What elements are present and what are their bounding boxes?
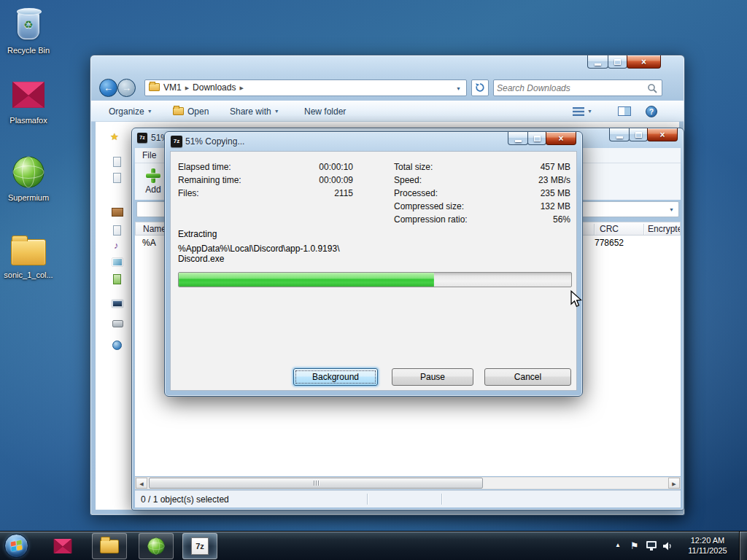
plasmafox-icon: [0, 76, 57, 114]
refresh-button[interactable]: [471, 79, 489, 96]
dialog-titlebar[interactable]: 7z 51% Copying... ×: [165, 132, 582, 152]
search-input[interactable]: [497, 81, 635, 95]
close-icon: ×: [558, 133, 563, 144]
stat-value: 132 MB: [541, 201, 570, 214]
minimize-button[interactable]: [609, 128, 630, 141]
column-crc[interactable]: CRC: [600, 224, 619, 234]
column-encrypted[interactable]: Encrypted: [648, 224, 681, 234]
breadcrumb-dropdown-icon[interactable]: ▼: [456, 86, 461, 91]
taskbar: 7z ▲ ⚑ 12:20 AM 11/11/2025: [0, 531, 747, 560]
minimize-button[interactable]: [587, 55, 608, 69]
stat-label: Processed:: [394, 188, 438, 201]
action-center-flag-icon[interactable]: ⚑: [630, 540, 639, 551]
close-button[interactable]: ×: [546, 132, 576, 145]
nav-pane-icon[interactable]: [113, 157, 121, 167]
clock-date: 11/11/2025: [680, 545, 735, 556]
change-view-button[interactable]: ▼: [573, 101, 592, 122]
start-button[interactable]: [4, 534, 28, 558]
close-icon: ×: [641, 56, 646, 68]
library-icon[interactable]: [112, 208, 123, 217]
column-name[interactable]: Name: [143, 224, 166, 234]
nav-pane-icon[interactable]: [113, 173, 121, 183]
maximize-button[interactable]: [629, 128, 648, 141]
chevron-down-icon[interactable]: ▼: [669, 207, 674, 212]
globe-icon: [147, 537, 166, 556]
scrollbar-thumb[interactable]: [149, 478, 483, 489]
stat-label: Speed:: [394, 175, 422, 188]
divider: [441, 494, 442, 505]
disk-icon[interactable]: [112, 320, 123, 327]
stat-label: Total size:: [394, 162, 433, 175]
desktop-icon-label: sonic_1_col...: [0, 271, 57, 280]
desktop-icon-recycle-bin[interactable]: ♻ Recycle Bin: [0, 6, 57, 55]
show-hidden-icons-button[interactable]: ▲: [615, 542, 621, 548]
explorer-titlebar[interactable]: ×: [90, 55, 684, 75]
chevron-down-icon: ▼: [587, 109, 592, 114]
stat-value: 235 MB: [541, 188, 570, 201]
favorites-star-icon[interactable]: ★: [110, 132, 119, 142]
network-tray-icon[interactable]: [646, 541, 657, 548]
pause-button[interactable]: Pause: [392, 368, 473, 386]
maximize-button[interactable]: [608, 55, 627, 69]
videos-icon[interactable]: [113, 274, 121, 284]
music-icon[interactable]: ♪: [114, 241, 119, 251]
file-crc-cell: 778652: [595, 238, 624, 248]
computer-icon[interactable]: [112, 300, 123, 308]
desktop-icon-label: Plasmafox: [0, 116, 57, 125]
plasmafox-icon: [53, 537, 73, 556]
scroll-right-icon[interactable]: ▶: [668, 478, 680, 489]
organize-button[interactable]: Organize▼: [109, 101, 152, 122]
column-divider[interactable]: [643, 224, 644, 235]
taskbar-plasmafox-button[interactable]: [45, 533, 80, 559]
preview-pane-button[interactable]: [618, 101, 631, 122]
windows-flag-icon: [11, 540, 23, 552]
menu-file[interactable]: File: [142, 150, 156, 160]
maximize-icon: [534, 136, 541, 141]
stats-left: Elapsed time:00:00:10 Remaining time:00:…: [178, 162, 353, 201]
clock-time: 12:20 AM: [680, 535, 735, 545]
taskbar-explorer-button[interactable]: [92, 533, 127, 559]
open-button[interactable]: Open: [173, 101, 209, 122]
volume-tray-icon[interactable]: [662, 541, 673, 551]
scroll-left-icon[interactable]: ◀: [136, 478, 147, 489]
breadcrumb[interactable]: VM1▶Downloads▶ ▼: [144, 79, 467, 96]
forward-button[interactable]: →: [117, 79, 136, 97]
close-icon: ×: [659, 129, 665, 141]
maximize-button[interactable]: [527, 132, 546, 145]
help-button[interactable]: ?: [646, 101, 657, 122]
desktop-icon-sonic-folder[interactable]: sonic_1_col...: [0, 230, 57, 280]
selection-status: 0 / 1 object(s) selected: [141, 494, 229, 505]
pictures-icon[interactable]: [112, 258, 123, 266]
preview-pane-icon: [618, 106, 631, 116]
current-path-line2: Discord.exe: [178, 254, 224, 264]
search-icon: [647, 83, 657, 93]
cancel-button[interactable]: Cancel: [484, 368, 571, 386]
recycle-glyph-icon: ♻: [23, 18, 33, 31]
breadcrumb-root[interactable]: VM1: [163, 82, 182, 93]
taskbar-browser-button[interactable]: [139, 533, 174, 559]
back-button[interactable]: ←: [99, 79, 117, 97]
show-desktop-button[interactable]: [739, 532, 747, 560]
desktop-icon-plasmafox[interactable]: Plasmafox: [0, 76, 57, 125]
close-button[interactable]: ×: [627, 55, 661, 69]
grip-icon: [318, 481, 319, 486]
new-folder-button[interactable]: New folder: [304, 101, 346, 122]
stat-value: 457 MB: [541, 162, 570, 175]
search-box[interactable]: [493, 79, 662, 96]
minimize-button[interactable]: [508, 132, 528, 145]
background-button[interactable]: Background: [293, 368, 378, 386]
network-icon[interactable]: [112, 341, 122, 350]
stat-value: 00:00:10: [319, 162, 353, 175]
share-with-button[interactable]: Share with▼: [230, 101, 279, 122]
desktop-icon-supermium[interactable]: Supermium: [0, 153, 57, 203]
close-button[interactable]: ×: [647, 128, 678, 141]
breadcrumb-folder[interactable]: Downloads: [193, 82, 236, 93]
maximize-icon: [635, 132, 642, 138]
taskbar-sevenzip-button[interactable]: 7z: [182, 533, 217, 559]
manager-statusbar: 0 / 1 object(s) selected: [135, 490, 681, 508]
taskbar-clock[interactable]: 12:20 AM 11/11/2025: [680, 535, 735, 556]
column-divider[interactable]: [594, 224, 595, 235]
horizontal-scrollbar[interactable]: ◀ ▶: [135, 477, 681, 489]
add-plus-icon: [146, 168, 160, 183]
documents-icon[interactable]: [113, 225, 121, 236]
